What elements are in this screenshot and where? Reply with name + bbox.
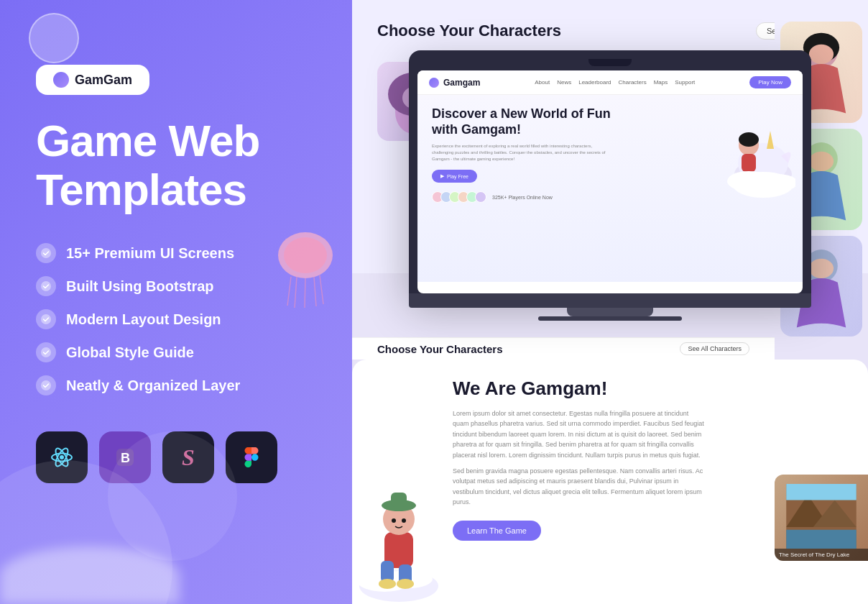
website-hero: Discover a New World of Fun with Gamgam!… bbox=[417, 95, 803, 282]
secret-lake-label: The Secret of The Dry Lake bbox=[775, 549, 868, 561]
svg-point-50 bbox=[397, 579, 414, 589]
svg-line-13 bbox=[287, 277, 291, 306]
laptop-stand bbox=[567, 308, 653, 316]
bottom-characters-header: Choose Your Characters See All Character… bbox=[352, 337, 775, 360]
feature-item-3: Modern Layout Design bbox=[36, 309, 316, 329]
nav-link-support: Support bbox=[675, 79, 695, 86]
feature-label-2: Built Using Bootstrap bbox=[66, 278, 214, 295]
svg-point-2 bbox=[41, 314, 51, 324]
decorative-circle-top bbox=[29, 13, 79, 63]
feature-item-5: Neatly & Organized Layer bbox=[36, 375, 316, 395]
nav-link-maps: Maps bbox=[654, 79, 668, 86]
svg-point-3 bbox=[41, 347, 51, 357]
player-avatars bbox=[432, 191, 486, 203]
laptop-notch bbox=[588, 59, 632, 66]
hero-description: Experience the excitement of exploring a… bbox=[432, 143, 610, 163]
svg-line-15 bbox=[305, 278, 305, 308]
svg-rect-60 bbox=[786, 530, 857, 549]
svg-point-54 bbox=[392, 518, 396, 523]
nav-link-news: News bbox=[557, 79, 571, 86]
hero-play-free-button[interactable]: ▶ Play Free bbox=[432, 170, 477, 183]
svg-rect-53 bbox=[391, 493, 407, 507]
bottom-see-all-button[interactable]: See All Characters bbox=[680, 342, 749, 355]
nav-link-about: About bbox=[535, 79, 550, 86]
feature-label-5: Neatly & Organized Layer bbox=[66, 378, 240, 394]
left-panel: GamGam Game Web Templates 15+ Premium UI… bbox=[0, 0, 352, 604]
laptop-screen-outer: Gamgam About News Leaderboard Characters… bbox=[409, 50, 811, 293]
gamgam-description-2: Sed benim gravida magna posuere egestas … bbox=[453, 466, 704, 508]
gamgam-about-section: We Are Gamgam! Lorem ipsum dolor sit ame… bbox=[453, 360, 769, 555]
jellyfish-decoration-left bbox=[273, 230, 338, 309]
svg-point-4 bbox=[41, 380, 51, 390]
feature-label-4: Global Style Guide bbox=[66, 344, 194, 361]
website-nav-logo: Gamgam bbox=[429, 78, 480, 88]
laptop-mockup: Gamgam About News Leaderboard Characters… bbox=[409, 50, 811, 321]
nav-logo-text: Gamgam bbox=[443, 78, 480, 88]
laptop-screen-inner: Gamgam About News Leaderboard Characters… bbox=[417, 70, 803, 293]
svg-line-17 bbox=[320, 275, 323, 304]
logo-badge: GamGam bbox=[36, 65, 149, 95]
svg-point-12 bbox=[284, 237, 327, 273]
svg-rect-37 bbox=[742, 154, 756, 172]
cloud-decoration-left bbox=[0, 546, 180, 604]
feature-item-4: Global Style Guide bbox=[36, 342, 316, 362]
laptop-base bbox=[409, 293, 811, 308]
nav-logo-dot bbox=[429, 78, 439, 88]
svg-point-8 bbox=[60, 455, 64, 459]
svg-point-55 bbox=[402, 518, 406, 523]
heading-line1: Game Web bbox=[36, 116, 259, 165]
svg-point-1 bbox=[41, 281, 51, 291]
gamgam-description-1: Lorem ipsum dolor sit amet consectetur. … bbox=[453, 408, 704, 460]
nav-links: About News Leaderboard Characters Maps S… bbox=[535, 79, 695, 86]
laptop-foot bbox=[538, 316, 682, 321]
nav-link-leaderboard: Leaderboard bbox=[578, 79, 611, 86]
heading-line2: Templates bbox=[36, 165, 246, 214]
bottom-right-section: We Are Gamgam! Lorem ipsum dolor sit ame… bbox=[352, 360, 868, 604]
website-nav: Gamgam About News Leaderboard Characters… bbox=[417, 70, 803, 95]
check-icon-5 bbox=[36, 375, 56, 395]
characters-title: Choose Your Characters bbox=[377, 22, 561, 40]
svg-marker-39 bbox=[767, 131, 774, 149]
svg-line-16 bbox=[314, 277, 316, 306]
feature-label-1: 15+ Premium UI Screens bbox=[66, 245, 234, 262]
laptop-mockup-wrapper: Gamgam About News Leaderboard Characters… bbox=[374, 50, 846, 321]
feature-label-3: Modern Layout Design bbox=[66, 311, 221, 328]
unicorn-illustration bbox=[702, 102, 795, 210]
bottom-chars-title: Choose Your Characters bbox=[377, 343, 503, 355]
decorative-circle-medium bbox=[108, 431, 237, 561]
right-panel: Choose Your Characters See All Character… bbox=[352, 0, 868, 604]
svg-line-14 bbox=[295, 277, 297, 308]
svg-point-49 bbox=[379, 579, 396, 589]
check-icon-4 bbox=[36, 342, 56, 362]
check-icon-1 bbox=[36, 243, 56, 263]
characters-header: Choose Your Characters See All Character… bbox=[377, 22, 843, 40]
boy-character-illustration bbox=[352, 460, 445, 604]
hero-title: Discover a New World of Fun with Gamgam! bbox=[432, 106, 628, 137]
check-icon-3 bbox=[36, 309, 56, 329]
nav-link-characters: Characters bbox=[619, 79, 647, 86]
logo-text: GamGam bbox=[75, 73, 132, 88]
gamgam-title: We Are Gamgam! bbox=[453, 378, 754, 400]
logo-icon bbox=[53, 72, 69, 88]
nav-play-button[interactable]: Play Now bbox=[749, 76, 791, 88]
player-avatar-6 bbox=[475, 191, 486, 203]
secret-lake-card: The Secret of The Dry Lake bbox=[775, 475, 868, 561]
main-heading: Game Web Templates bbox=[36, 116, 316, 214]
svg-point-0 bbox=[41, 248, 51, 258]
check-icon-2 bbox=[36, 276, 56, 296]
players-count: 325K+ Players Online Now bbox=[492, 195, 553, 200]
svg-rect-59 bbox=[786, 484, 857, 500]
svg-point-38 bbox=[739, 132, 759, 147]
learn-game-button[interactable]: Learn The Game bbox=[453, 521, 541, 541]
